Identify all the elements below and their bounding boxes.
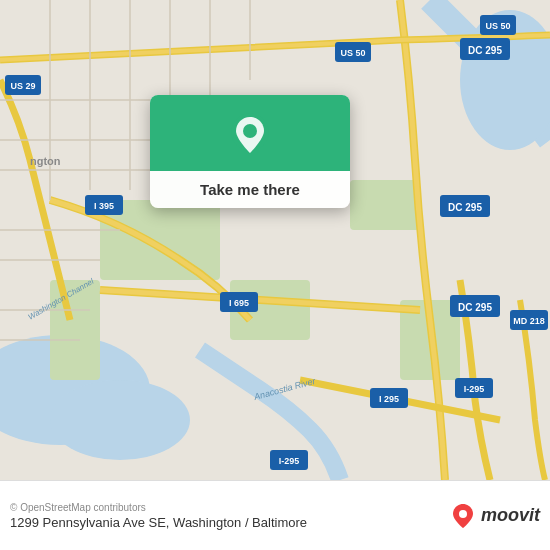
svg-text:DC 295: DC 295	[448, 202, 482, 213]
svg-text:I-295: I-295	[279, 456, 300, 466]
map-background: DC 295 US 50 US 50 I 395 I 695 DC 295 DC…	[0, 0, 550, 480]
svg-text:US 50: US 50	[485, 21, 510, 31]
svg-point-52	[459, 510, 467, 518]
svg-text:DC 295: DC 295	[458, 302, 492, 313]
svg-text:US 29: US 29	[10, 81, 35, 91]
moovit-brand-name: moovit	[481, 505, 540, 526]
moovit-logo[interactable]: moovit	[449, 502, 540, 530]
take-me-there-button[interactable]: Take me there	[150, 171, 350, 208]
address-section: © OpenStreetMap contributors 1299 Pennsy…	[10, 502, 307, 530]
map-container: DC 295 US 50 US 50 I 395 I 695 DC 295 DC…	[0, 0, 550, 480]
svg-text:I-295: I-295	[464, 384, 485, 394]
svg-text:MD 218: MD 218	[513, 316, 545, 326]
svg-point-51	[243, 124, 257, 138]
map-pin-icon	[231, 113, 269, 159]
card-green-section	[150, 95, 350, 171]
svg-text:DC 295: DC 295	[468, 45, 502, 56]
svg-text:I 295: I 295	[379, 394, 399, 404]
svg-text:US 50: US 50	[340, 48, 365, 58]
svg-point-2	[50, 380, 190, 460]
moovit-pin-icon	[449, 502, 477, 530]
svg-text:I 695: I 695	[229, 298, 249, 308]
address-text: 1299 Pennsylvania Ave SE, Washington / B…	[10, 515, 307, 530]
svg-text:I 395: I 395	[94, 201, 114, 211]
copyright-text: © OpenStreetMap contributors	[10, 502, 307, 513]
bottom-bar: © OpenStreetMap contributors 1299 Pennsy…	[0, 480, 550, 550]
svg-text:ngton: ngton	[30, 155, 61, 167]
location-card: Take me there	[150, 95, 350, 208]
svg-rect-7	[350, 180, 420, 230]
